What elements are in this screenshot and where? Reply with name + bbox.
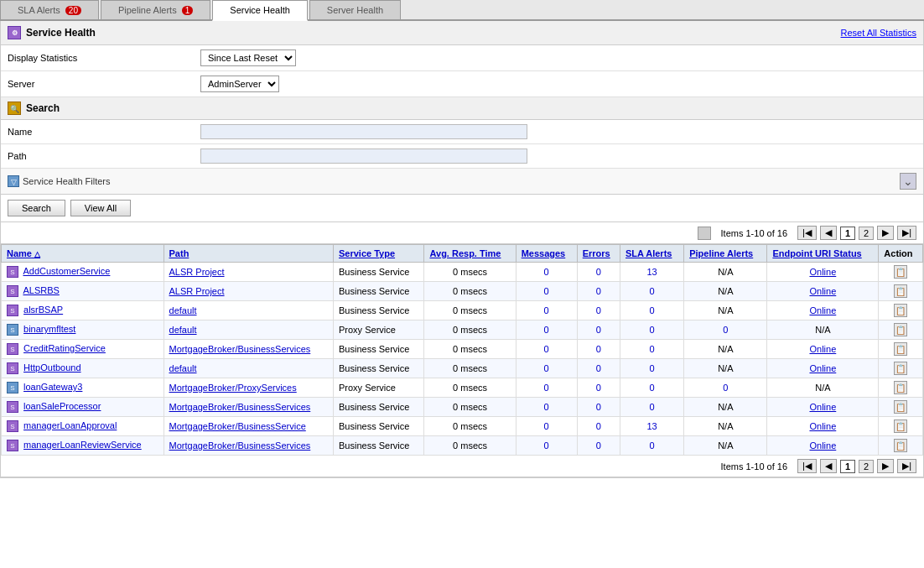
collapse-button[interactable]: ⌄ — [900, 173, 916, 190]
cell-pipeline-alerts: N/A — [684, 417, 767, 436]
col-endpoint-uri-status-sort-link[interactable]: Endpoint URI Status — [772, 248, 861, 258]
cell-sla-alerts: 0 — [620, 301, 684, 320]
path-link[interactable]: MortgageBroker/BusinessServices — [169, 402, 311, 412]
page-2-btn-bottom[interactable]: 2 — [859, 460, 874, 473]
search-button[interactable]: Search — [8, 200, 65, 216]
name-input[interactable] — [200, 124, 527, 139]
cell-endpoint-uri-status[interactable]: Online — [767, 340, 879, 359]
action-icon[interactable]: 📋 — [894, 419, 907, 433]
path-link[interactable]: ALSR Project — [169, 286, 225, 296]
first-page-btn-bottom[interactable]: |◀ — [797, 459, 817, 473]
next-page-btn-top[interactable]: ▶ — [877, 226, 894, 240]
col-avg-resp-time-sort-link[interactable]: Avg. Resp. Time — [429, 248, 501, 258]
display-statistics-select[interactable]: Since Last Reset Since Midnight Since La… — [200, 50, 296, 66]
cell-endpoint-uri-status[interactable]: Online — [767, 398, 879, 417]
prev-page-btn-bottom[interactable]: ◀ — [820, 459, 837, 473]
cell-messages: 0 — [516, 417, 577, 436]
tab-sla-alerts[interactable]: SLA Alerts 20 — [0, 0, 99, 19]
prev-page-btn-top[interactable]: ◀ — [820, 226, 837, 240]
col-sla-alerts-sort-link[interactable]: SLA Alerts — [626, 248, 672, 258]
cell-pipeline-alerts: N/A — [684, 398, 767, 417]
page-1-btn-bottom[interactable]: 1 — [840, 460, 855, 473]
cell-name: S loanSaleProcessor — [2, 398, 164, 417]
col-pipeline-alerts-sort-link[interactable]: Pipeline Alerts — [689, 248, 753, 258]
main-panel: ⚙ Service Health Reset All Statistics Di… — [0, 21, 924, 478]
view-all-button[interactable]: View All — [70, 200, 131, 216]
cell-endpoint-uri-status[interactable]: Online — [767, 417, 879, 436]
path-link[interactable]: MortgageBroker/ProxyServices — [169, 383, 297, 393]
page-2-btn-top[interactable]: 2 — [859, 227, 874, 240]
action-icon[interactable]: 📋 — [894, 265, 907, 279]
cell-endpoint-uri-status[interactable]: Online — [767, 282, 879, 301]
service-name-link[interactable]: loanSaleProcessor — [23, 401, 101, 411]
server-control: AdminServer — [200, 76, 279, 92]
page-1-btn-top[interactable]: 1 — [840, 227, 855, 240]
service-icon: S — [7, 401, 18, 413]
table-body: S AddCustomerService ALSR Project Busine… — [2, 263, 923, 456]
tab-service-health[interactable]: Service Health — [212, 0, 308, 21]
action-icon[interactable]: 📋 — [894, 304, 907, 317]
last-page-btn-bottom[interactable]: ▶| — [897, 459, 916, 473]
service-name-link[interactable]: binarymfltest — [23, 324, 75, 334]
path-link[interactable]: ALSR Project — [169, 267, 225, 277]
tab-pipeline-alerts[interactable]: Pipeline Alerts 1 — [101, 0, 210, 19]
col-service-type-sort-link[interactable]: Service Type — [339, 248, 395, 258]
path-link[interactable]: default — [169, 325, 197, 335]
path-link[interactable]: default — [169, 363, 197, 373]
service-name-link[interactable]: alsrBSAP — [23, 305, 63, 315]
path-link[interactable]: MortgageBroker/BusinessServices — [169, 344, 311, 354]
cell-path: MortgageBroker/BusinessServices — [164, 340, 333, 359]
col-name-sort-link[interactable]: Name △ — [7, 248, 40, 258]
action-icon[interactable]: 📋 — [894, 342, 907, 356]
search-section-title: Search — [26, 102, 60, 114]
button-row: Search View All — [1, 195, 923, 222]
last-page-btn-top[interactable]: ▶| — [897, 226, 916, 240]
service-icon: S — [7, 420, 18, 432]
action-icon[interactable]: 📋 — [894, 323, 907, 336]
path-link[interactable]: MortgageBroker/BusinessServices — [169, 440, 311, 451]
table-row: S HttpOutbound default Business Service … — [2, 359, 923, 378]
service-name-link[interactable]: loanGateway3 — [23, 382, 82, 392]
server-select[interactable]: AdminServer — [200, 76, 279, 92]
cell-name: S managerLoanApproval — [2, 417, 164, 436]
reset-all-statistics-link[interactable]: Reset All Statistics — [841, 28, 916, 38]
service-name-link[interactable]: AddCustomerService — [23, 266, 110, 276]
action-icon[interactable]: 📋 — [894, 362, 907, 375]
cell-action: 📋 — [879, 378, 923, 398]
cell-avg-resp-time: 0 msecs — [424, 398, 516, 417]
tab-server-health[interactable]: Server Health — [309, 0, 401, 19]
service-name-link[interactable]: managerLoanApproval — [23, 420, 117, 430]
cell-service-type: Proxy Service — [334, 320, 424, 340]
action-icon[interactable]: 📋 — [894, 381, 907, 394]
next-page-btn-bottom[interactable]: ▶ — [877, 459, 894, 473]
service-name-link[interactable]: HttpOutbound — [23, 362, 81, 373]
cell-pipeline-alerts: N/A — [684, 282, 767, 301]
first-page-btn-top[interactable]: |◀ — [797, 226, 817, 240]
col-messages-sort-link[interactable]: Messages — [522, 248, 566, 258]
cell-avg-resp-time: 0 msecs — [424, 263, 516, 282]
service-icon: S — [7, 266, 18, 278]
server-label: Server — [8, 79, 200, 89]
cell-service-type: Business Service — [334, 340, 424, 359]
service-name-link[interactable]: CreditRatingService — [23, 343, 106, 353]
path-link[interactable]: default — [169, 305, 197, 315]
grid-view-icon[interactable] — [698, 227, 711, 240]
cell-endpoint-uri-status[interactable]: Online — [767, 263, 879, 282]
col-errors-sort-link[interactable]: Errors — [583, 248, 610, 258]
action-icon[interactable]: 📋 — [894, 439, 907, 452]
service-name-link[interactable]: ALSRBS — [23, 285, 59, 295]
path-link[interactable]: MortgageBroker/BusinessService — [169, 421, 306, 431]
cell-endpoint-uri-status[interactable]: Online — [767, 301, 879, 320]
col-path-sort-link[interactable]: Path — [169, 248, 189, 258]
name-sort-arrow: △ — [34, 250, 40, 258]
action-icon[interactable]: 📋 — [894, 284, 907, 298]
cell-endpoint-uri-status[interactable]: Online — [767, 359, 879, 378]
col-header-endpoint-uri-status: Endpoint URI Status — [767, 245, 879, 263]
service-name-link[interactable]: managerLoanReviewService — [23, 440, 142, 450]
page-title: Service Health — [26, 27, 96, 39]
cell-endpoint-uri-status[interactable]: Online — [767, 436, 879, 456]
cell-name: S loanGateway3 — [2, 378, 164, 398]
sla-alerts-badge: 20 — [65, 6, 81, 15]
path-input[interactable] — [200, 149, 527, 164]
action-icon[interactable]: 📋 — [894, 400, 907, 414]
